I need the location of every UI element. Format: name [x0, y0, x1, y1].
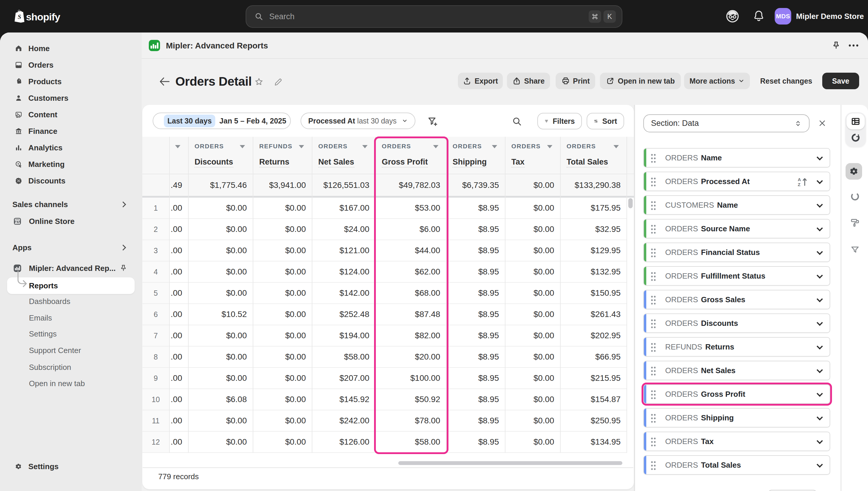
svg-text:Z: Z [798, 182, 800, 187]
svg-text:A: A [798, 177, 801, 182]
svg-text:S: S [18, 13, 21, 20]
svg-text:shopify: shopify [26, 11, 60, 23]
